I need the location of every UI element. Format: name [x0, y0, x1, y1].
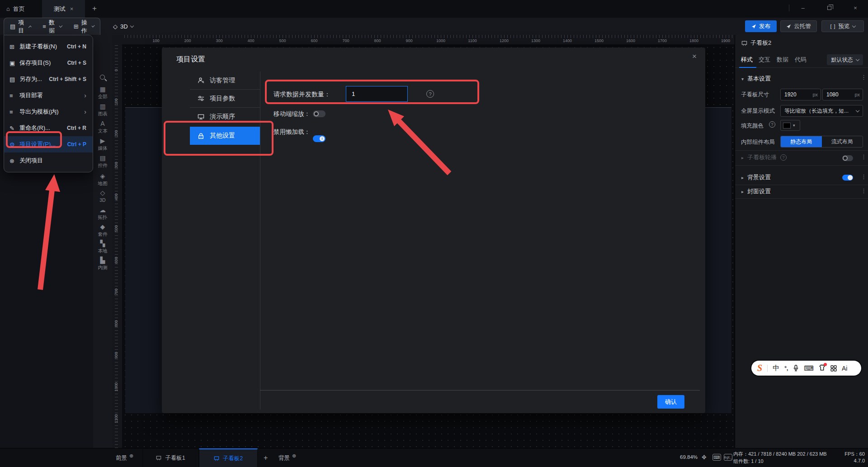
- version-label: 4.7.0: [854, 458, 865, 463]
- cloud-hosting-button[interactable]: 云托管: [780, 20, 817, 32]
- ime-toolbar[interactable]: S 中 °‚ ⌨ Ai: [751, 361, 861, 376]
- menu-item-save-as[interactable]: ▤ 另存为... Ctrl + Shift + S: [4, 71, 93, 87]
- sidebar-item-all[interactable]: ▦全部: [93, 86, 112, 100]
- sidebar-item-map[interactable]: ◈地图: [93, 173, 112, 187]
- caret-right-icon: ▸: [741, 155, 744, 160]
- preview-brackets-icon: [ ]: [830, 24, 835, 29]
- tab-project[interactable]: 测试 ×: [42, 0, 85, 18]
- menu-project[interactable]: ▤ 项目: [4, 18, 37, 35]
- puzzle-icon: ▚: [93, 240, 112, 247]
- menu-shortcut: Ctrl + Shift + S: [49, 76, 86, 82]
- soft-keyboard-icon[interactable]: ⌨: [804, 364, 814, 372]
- state-dropdown[interactable]: 默认状态: [827, 54, 863, 65]
- sidebar-item-kit[interactable]: ◆套件: [93, 224, 112, 238]
- menu-3d[interactable]: ◇ 3D: [108, 18, 138, 35]
- fps-status: FPS：60: [844, 451, 865, 457]
- layout-static-option[interactable]: 静态布局: [781, 136, 822, 147]
- height-input[interactable]: 1080 px: [822, 89, 863, 100]
- sidebar-item-media[interactable]: ▶媒体: [93, 138, 112, 152]
- kebab-menu-icon[interactable]: ⋮: [861, 173, 867, 180]
- keyboard-shortcuts-icon[interactable]: ⌨: [712, 454, 721, 461]
- layout-flow-option[interactable]: 流式布局: [822, 136, 863, 147]
- menu-item-export-template[interactable]: ≡ 导出为模板(内) ›: [4, 104, 93, 120]
- layout-segmented-control: 静态布局 流式布局: [780, 136, 863, 148]
- chevron-down-icon: [856, 108, 859, 112]
- zoom-percentage[interactable]: 69.84%: [680, 454, 698, 460]
- preview-button[interactable]: [ ] 预览: [821, 20, 864, 32]
- cloud-hosting-label: 云托管: [794, 23, 811, 30]
- mobile-zoom-toggle[interactable]: [313, 110, 326, 117]
- modal-close-button[interactable]: ×: [688, 50, 701, 63]
- help-icon: ?: [780, 154, 787, 161]
- confirm-button[interactable]: 确认: [657, 395, 684, 409]
- toolbox-grid-icon[interactable]: [830, 365, 837, 372]
- lazy-load-toggle[interactable]: [313, 135, 326, 142]
- annotation-box-other-settings: [164, 121, 274, 156]
- tab-style[interactable]: 样式: [741, 56, 753, 64]
- search-icon[interactable]: [100, 75, 105, 80]
- section-basic-settings[interactable]: ▾ 基本设置: [735, 75, 868, 83]
- display-mode-value: 等比缩放（长边填充，短...: [784, 107, 849, 115]
- tab-subboard-1[interactable]: 子看板1: [142, 448, 199, 467]
- tab-subboard-2[interactable]: 子看板2: [199, 448, 258, 467]
- window-close-button[interactable]: ×: [846, 0, 864, 15]
- ai-assistant-icon[interactable]: Ai: [842, 365, 847, 372]
- carousel-toggle[interactable]: [842, 155, 853, 161]
- ruler-number: 600: [311, 38, 317, 43]
- tab-code[interactable]: 代码: [795, 56, 807, 64]
- publish-button[interactable]: 发布: [745, 20, 777, 32]
- new-tab-button[interactable]: +: [89, 3, 100, 14]
- size-label: 子看板尺寸: [741, 91, 769, 99]
- punctuation-mode-icon[interactable]: °‚: [784, 365, 788, 372]
- window-minimize-button[interactable]: –: [794, 0, 812, 15]
- kebab-menu-icon[interactable]: ⋮: [861, 153, 867, 160]
- sidebar-item-topology[interactable]: ☁拓扑: [93, 207, 112, 221]
- menu-item-deploy[interactable]: ≡ 项目部署 ›: [4, 87, 93, 104]
- submenu-arrow-icon: ›: [84, 108, 86, 115]
- menu-item-label: 关闭项目: [19, 157, 86, 165]
- display-mode-select[interactable]: 等比缩放（长边填充，短...: [780, 105, 863, 117]
- add-circle-icon[interactable]: ⊕: [129, 453, 133, 459]
- menu-item-label: 保存项目(S): [19, 59, 67, 67]
- microphone-icon[interactable]: [793, 365, 799, 372]
- section-cover[interactable]: ▸ 封面设置: [735, 187, 868, 195]
- chinese-mode-indicator[interactable]: 中: [773, 364, 779, 372]
- menu-operation[interactable]: ⊞ 操作: [68, 18, 100, 35]
- settings-nav-visitor[interactable]: 访客管理: [190, 71, 260, 90]
- tab-data[interactable]: 数据: [777, 56, 788, 64]
- menu-item-new-dashboard[interactable]: ⊞ 新建子看板(N) Ctrl + N: [4, 38, 93, 55]
- active-tab-underline: [739, 67, 756, 68]
- tab-home[interactable]: ⌂ 首页: [6, 0, 25, 18]
- settings-nav-params[interactable]: 项目参数: [190, 90, 260, 108]
- help-icon[interactable]: ?: [769, 121, 775, 128]
- skin-icon[interactable]: [819, 364, 826, 372]
- sogou-logo[interactable]: S: [757, 363, 762, 373]
- sidebar-item-3d[interactable]: ◇3D: [93, 190, 112, 203]
- sidebar-item-text[interactable]: A文本: [93, 120, 112, 134]
- foreground-layer[interactable]: 前景 ⊕: [116, 448, 133, 467]
- menu-data[interactable]: ≡ 数据: [37, 18, 67, 35]
- add-circle-icon[interactable]: ⊕: [292, 453, 296, 459]
- fullscreen-icon[interactable]: ✥: [702, 454, 707, 461]
- tab-close-icon[interactable]: ×: [70, 5, 74, 12]
- menu-item-close-project[interactable]: ⊗ 关闭项目: [4, 152, 93, 169]
- add-subboard-button[interactable]: +: [264, 448, 268, 467]
- sidebar-item-widget[interactable]: ▤控件: [93, 155, 112, 169]
- terminal-icon[interactable]: &gt;_: [724, 454, 732, 461]
- background-toggle[interactable]: [842, 175, 853, 181]
- background-layer[interactable]: 背景 ⊕: [278, 448, 296, 467]
- kebab-menu-icon[interactable]: ⋮: [861, 74, 867, 81]
- ruler-number: 500: [279, 38, 286, 43]
- kebab-menu-icon[interactable]: ⋮: [861, 187, 867, 194]
- ruler-number: 200: [114, 125, 118, 142]
- tab-interaction[interactable]: 交互: [759, 56, 770, 64]
- display-mode-label: 全屏显示模式: [741, 107, 775, 115]
- menu-item-save-project[interactable]: ▣ 保存项目(S) Ctrl + S: [4, 55, 93, 71]
- sidebar-item-beta[interactable]: ▙内测: [93, 257, 112, 271]
- window-restore-button[interactable]: [820, 0, 838, 15]
- width-input[interactable]: 1920 px: [780, 89, 821, 100]
- sidebar-item-local[interactable]: ▚本地: [93, 240, 112, 254]
- lazy-load-label: 禁用懒加载：: [274, 128, 310, 136]
- sidebar-item-chart[interactable]: ▥图表: [93, 103, 112, 117]
- fill-color-picker[interactable]: ▾: [780, 120, 800, 131]
